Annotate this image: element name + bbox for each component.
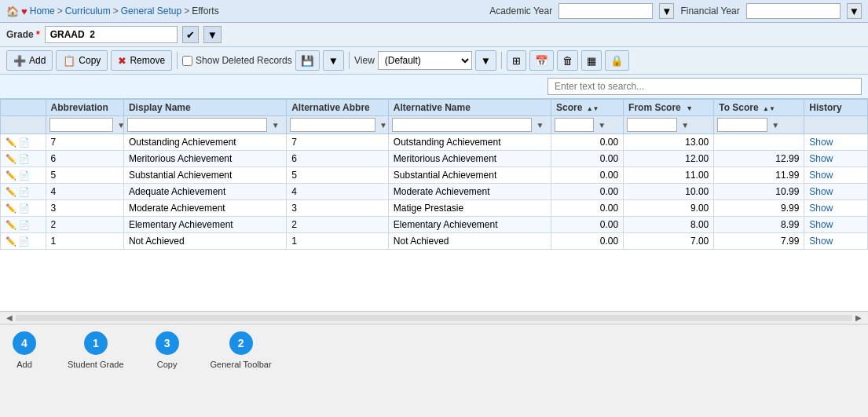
th-alt-name[interactable]: Alternative Name [388, 100, 551, 116]
filter-to-icon[interactable]: ▼ [771, 121, 779, 130]
search-input[interactable] [548, 78, 862, 95]
remove-button[interactable]: ✖ Remove [111, 50, 172, 71]
th-alt-abbr[interactable]: Alternative Abbre [287, 100, 389, 116]
columns-icon-button[interactable]: ▦ [581, 50, 602, 71]
doc-icon-6[interactable]: 📄 [19, 236, 30, 246]
view-dropdown-button[interactable]: ▼ [475, 50, 496, 71]
filter-score-icon[interactable]: ▼ [598, 121, 606, 130]
filter-abbr-icon[interactable]: ▼ [117, 121, 125, 130]
breadcrumb-home[interactable]: Home [30, 5, 55, 16]
row-alt-name-2: Substantial Achievement [388, 167, 551, 184]
th-score[interactable]: Score ▲▼ [551, 100, 624, 116]
row-alt-abbr-3: 4 [287, 184, 389, 200]
breadcrumb-curriculum[interactable]: Curriculum [65, 5, 111, 16]
edit-icon-0[interactable]: ✏️ [5, 137, 16, 147]
doc-icon-3[interactable]: 📄 [19, 187, 30, 196]
filter-display-input[interactable] [127, 118, 267, 132]
annotation-add-circle[interactable]: 4 [13, 331, 36, 355]
filter-alt-abbr-icon[interactable]: ▼ [379, 121, 387, 130]
scroll-bar-area[interactable]: ◀ ▶ [0, 311, 868, 324]
row-alt-abbr-1: 6 [287, 151, 389, 167]
grade-input[interactable] [45, 26, 178, 43]
show-link-3[interactable]: Show [809, 186, 833, 197]
edit-icon-1[interactable]: ✏️ [5, 154, 16, 163]
doc-icon-1[interactable]: 📄 [19, 154, 30, 163]
toolbar: ➕ Add 📋 Copy ✖ Remove Show Deleted Recor… [0, 47, 868, 75]
doc-icon-4[interactable]: 📄 [19, 203, 30, 213]
add-button[interactable]: ➕ Add [6, 50, 53, 71]
row-history-0: Show [804, 134, 868, 151]
annotation-student-grade: 1 Student Grade [68, 331, 124, 369]
row-actions-3: ✏️ 📄 [1, 184, 46, 200]
show-link-1[interactable]: Show [809, 153, 833, 164]
edit-icon-6[interactable]: ✏️ [5, 236, 16, 246]
show-link-6[interactable]: Show [809, 236, 833, 247]
show-deleted-checkbox[interactable] [182, 56, 192, 66]
scroll-right-icon[interactable]: ▶ [855, 313, 862, 322]
th-display-name[interactable]: Display Name [123, 100, 286, 116]
add-icon: ➕ [13, 55, 26, 67]
row-alt-name-1: Meritorious Achievement [388, 151, 551, 167]
edit-icon-2[interactable]: ✏️ [5, 170, 16, 180]
view-select[interactable]: (Default) [378, 51, 472, 70]
filter-from-input[interactable] [627, 118, 677, 132]
view-options-button[interactable]: ▼ [323, 50, 344, 71]
row-abbr-6: 1 [46, 233, 123, 250]
th-to-score[interactable]: To Score ▲▼ [714, 100, 804, 116]
table-container[interactable]: Abbreviation Display Name Alternative Ab… [0, 99, 868, 311]
copy-button[interactable]: 📋 Copy [56, 50, 108, 71]
grade-dropdown-button[interactable]: ▼ [203, 26, 222, 43]
academic-year-input[interactable] [559, 3, 653, 19]
financial-year-input[interactable] [746, 3, 841, 19]
show-link-2[interactable]: Show [809, 170, 833, 181]
academic-year-dropdown[interactable]: ▼ [659, 3, 674, 19]
grid-icon-button[interactable]: ⊞ [507, 50, 526, 71]
filter-alt-name-icon[interactable]: ▼ [537, 121, 544, 130]
edit-icon-3[interactable]: ✏️ [5, 187, 16, 196]
th-history: History [804, 100, 868, 116]
filter-to-input[interactable] [717, 118, 767, 132]
financial-year-dropdown[interactable]: ▼ [847, 3, 862, 19]
score-sort-icons[interactable]: ▲▼ [587, 106, 599, 112]
scroll-left-icon[interactable]: ◀ [6, 313, 13, 322]
calendar-icon-button[interactable]: 📅 [529, 50, 554, 71]
breadcrumb-general-setup[interactable]: General Setup [121, 5, 181, 16]
row-score-0: 0.00 [551, 134, 624, 151]
delete-icon-button[interactable]: 🗑 [557, 50, 578, 71]
to-score-sort-icons[interactable]: ▲▼ [763, 106, 775, 112]
doc-icon-5[interactable]: 📄 [19, 220, 30, 229]
annotation-copy-circle[interactable]: 3 [156, 331, 179, 355]
th-from-score[interactable]: From Score ▼ [624, 100, 714, 116]
row-to-score-5: 8.99 [714, 217, 804, 233]
row-alt-abbr-6: 1 [287, 233, 389, 250]
row-actions-1: ✏️ 📄 [1, 151, 46, 167]
annotation-general-toolbar-circle[interactable]: 2 [229, 331, 253, 355]
filter-display-icon[interactable]: ▼ [272, 121, 280, 130]
filter-alt-abbr-input[interactable] [290, 118, 375, 132]
filter-alt-name-input[interactable] [392, 118, 532, 132]
doc-icon-2[interactable]: 📄 [19, 170, 30, 180]
row-actions-5: ✏️ 📄 [1, 217, 46, 233]
breadcrumb: 🏠 ♥ Home > Curriculum > General Setup > … [6, 5, 219, 17]
row-alt-abbr-4: 3 [287, 200, 389, 217]
grade-confirm-button[interactable]: ✔ [182, 26, 199, 43]
filter-from-cell: ▼ [624, 116, 714, 134]
show-link-0[interactable]: Show [809, 137, 833, 148]
doc-icon-0[interactable]: 📄 [19, 137, 30, 147]
scroll-track[interactable] [16, 315, 852, 321]
edit-icon-5[interactable]: ✏️ [5, 220, 16, 229]
row-display-5: Elementary Achievement [123, 217, 286, 233]
show-link-4[interactable]: Show [809, 203, 833, 214]
th-abbreviation[interactable]: Abbreviation [46, 100, 123, 116]
save-icon-button[interactable]: 💾 [295, 50, 320, 71]
filter-abbr-input[interactable] [49, 118, 113, 132]
annotation-copy: 3 Copy [156, 331, 179, 369]
annotation-student-grade-circle[interactable]: 1 [84, 331, 108, 355]
filter-from-icon[interactable]: ▼ [681, 121, 689, 130]
edit-icon-4[interactable]: ✏️ [5, 203, 16, 213]
row-display-4: Moderate Achievement [123, 200, 286, 217]
filter-score-input[interactable] [555, 118, 594, 132]
lock-icon-button[interactable]: 🔒 [605, 50, 629, 71]
show-link-5[interactable]: Show [809, 219, 833, 230]
row-history-1: Show [804, 151, 868, 167]
